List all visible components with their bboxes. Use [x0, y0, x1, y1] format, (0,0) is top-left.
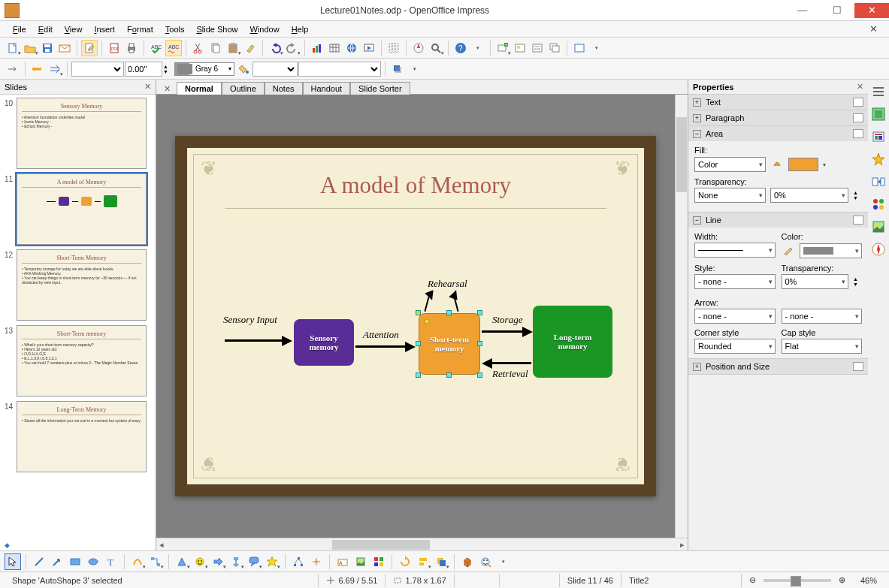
tab-notes[interactable]: Notes — [265, 82, 303, 95]
slide-thumbnails[interactable]: 10 Sensory Memory• Attention foundation … — [0, 95, 156, 540]
menu-format[interactable]: Format — [122, 23, 159, 35]
dropdown-arrow-icon[interactable]: ▾ — [823, 161, 826, 168]
custom-animation-tab-icon[interactable] — [871, 152, 886, 167]
new-button[interactable]: ▾ — [5, 40, 21, 56]
tab-slide-sorter[interactable]: Slide Sorter — [350, 82, 410, 95]
navigator-tab-icon[interactable] — [871, 242, 886, 257]
master-pages-tab-icon[interactable] — [871, 129, 886, 144]
selection-handle[interactable] — [416, 341, 421, 346]
slide-layout-button[interactable] — [529, 40, 546, 56]
open-button[interactable]: ▾ — [22, 40, 38, 56]
selection-handle[interactable] — [446, 372, 452, 378]
zoom-out-button[interactable]: ⊖ — [749, 575, 756, 585]
minimize-button[interactable]: — — [785, 3, 820, 18]
expand-slide-button[interactable] — [571, 40, 588, 56]
menu-overflow-button[interactable]: ▾ — [470, 40, 486, 56]
copy-button[interactable] — [207, 40, 224, 56]
slide-show-button[interactable] — [361, 40, 377, 56]
slide-design-button[interactable] — [512, 40, 528, 56]
thumb-10[interactable]: 10 Sensory Memory• Attention foundation … — [5, 98, 147, 169]
selection-handle[interactable] — [416, 372, 421, 378]
box-long-term-memory[interactable]: Long-term memory — [533, 306, 612, 378]
grid-button[interactable] — [386, 40, 402, 56]
section-position-size[interactable]: +Position and Size — [688, 359, 868, 374]
slide-body[interactable]: Sensory Input Attention Rehearsal Storag… — [210, 218, 621, 436]
rotate-button[interactable] — [397, 553, 413, 570]
spinner-down-button[interactable]: ▼ — [853, 195, 862, 201]
zoom-controls[interactable]: ⊖ ⊕ — [742, 574, 853, 587]
thumb-11[interactable]: 11 A model of Memory — [5, 173, 147, 245]
gluepoints-button[interactable] — [308, 553, 325, 570]
menu-edit[interactable]: Edit — [33, 23, 58, 35]
stars-button[interactable]: ▾ — [264, 553, 280, 570]
fill-color-select[interactable] — [298, 62, 381, 77]
table-button[interactable] — [326, 40, 343, 56]
gallery-button[interactable] — [370, 553, 387, 570]
spinner-up-button[interactable]: ▲ — [853, 190, 862, 195]
zoom-slider[interactable] — [764, 579, 831, 582]
section-line[interactable]: −Line — [688, 213, 868, 228]
transparency-value-input[interactable]: 0% — [770, 188, 848, 203]
toolbar-overflow-button[interactable]: ▾ — [588, 40, 605, 56]
arrange-button[interactable]: ▾ — [433, 553, 449, 570]
section-text[interactable]: +Text — [688, 95, 868, 110]
menu-help[interactable]: Help — [286, 23, 314, 35]
cut-button[interactable] — [190, 40, 207, 56]
rectangle-tool-button[interactable] — [67, 553, 83, 570]
menu-insert[interactable]: Insert — [89, 23, 120, 35]
zoom-in-button[interactable]: ⊕ — [839, 575, 845, 585]
redo-button[interactable]: ▾ — [284, 40, 301, 56]
arrow-tool-button[interactable] — [49, 553, 65, 570]
tab-outline[interactable]: Outline — [222, 82, 265, 95]
select-tool-button[interactable] — [5, 553, 21, 570]
fontwork-button[interactable]: A — [334, 553, 351, 570]
fill-color-swatch[interactable] — [788, 158, 818, 171]
slides-panel-close-icon[interactable]: ✕ — [144, 82, 151, 92]
menu-window[interactable]: Window — [245, 23, 285, 35]
tab-handout[interactable]: Handout — [303, 82, 351, 95]
arrow-end-select[interactable]: - none - — [782, 309, 863, 324]
ellipse-tool-button[interactable] — [85, 553, 101, 570]
sidebar-menu-icon[interactable] — [871, 84, 886, 99]
line-trans-input[interactable]: 0% — [782, 274, 849, 289]
section-area[interactable]: −Area — [688, 126, 868, 141]
more-icon[interactable] — [853, 98, 863, 107]
flowchart-button[interactable]: ▾ — [228, 553, 244, 570]
help-button[interactable]: ? — [452, 40, 469, 56]
arrow-start-select[interactable]: - none - — [694, 309, 776, 324]
interaction-button[interactable] — [477, 553, 494, 570]
export-pdf-button[interactable]: PDF — [106, 40, 122, 56]
line-width-select[interactable] — [694, 243, 776, 258]
fill-advanced-button[interactable] — [770, 156, 784, 173]
thumb-13[interactable]: 13 Short-Term memory• What's your short-… — [5, 325, 147, 397]
menu-view[interactable]: View — [59, 23, 88, 35]
more-icon[interactable] — [853, 216, 863, 225]
slide-transition-tab-icon[interactable] — [871, 174, 886, 189]
selection-handle[interactable] — [477, 310, 482, 315]
paste-button[interactable]: ▾ — [225, 40, 241, 56]
cap-style-select[interactable]: Flat — [782, 339, 863, 354]
block-arrows-button[interactable]: ▾ — [210, 553, 226, 570]
zoom-button[interactable]: ▾ — [428, 40, 444, 56]
points-button[interactable] — [290, 553, 307, 570]
line-width-input[interactable] — [125, 62, 162, 77]
undo-button[interactable]: ▾ — [267, 40, 283, 56]
properties-tab-icon[interactable] — [871, 107, 886, 122]
email-button[interactable] — [56, 40, 73, 56]
toolbar2-overflow-button[interactable]: ▾ — [407, 61, 423, 77]
thumb-14[interactable]: 14 Long-Term Memory• Stores all the info… — [5, 401, 147, 472]
width-down-button[interactable]: ▼ — [163, 69, 174, 74]
horizontal-scrollbar[interactable]: ◂ ▸ — [156, 538, 688, 550]
line-endings-button[interactable] — [29, 61, 46, 77]
slide-canvas[interactable]: ❦ ❦ ❦ ❦ A model of Memory Sensory Input … — [156, 95, 675, 538]
maximize-button[interactable]: ☐ — [820, 3, 854, 18]
duplicate-slide-button[interactable] — [546, 40, 563, 56]
edit-file-button[interactable] — [81, 40, 98, 56]
text-tool-button[interactable]: T — [103, 553, 119, 570]
callouts-button[interactable]: ▾ — [246, 553, 262, 570]
menu-file[interactable]: File — [8, 23, 32, 35]
more-icon[interactable] — [853, 113, 863, 122]
corner-style-select[interactable]: Rounded — [694, 339, 776, 354]
arrow-style-button[interactable] — [5, 61, 21, 77]
gallery-tab-icon[interactable] — [871, 219, 886, 234]
